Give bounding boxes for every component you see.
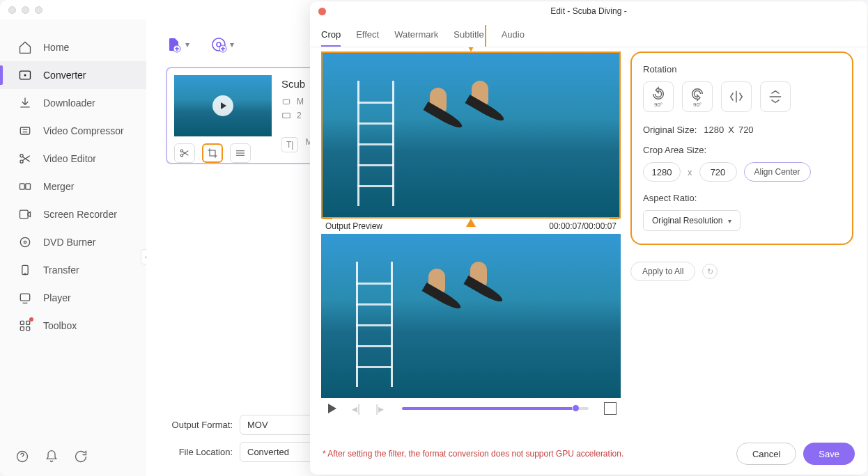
next-frame-button[interactable]: |▸ xyxy=(373,402,387,415)
modal-titlebar: Edit - Scuba Diving - xyxy=(310,1,867,21)
svg-point-4 xyxy=(20,160,23,163)
sidebar-item-downloader[interactable]: Downloader xyxy=(0,89,146,117)
sidebar-item-label: Video Compressor xyxy=(43,125,124,136)
file-thumbnail[interactable] xyxy=(174,75,272,136)
feedback-icon[interactable] xyxy=(74,450,88,463)
svg-rect-23 xyxy=(283,100,289,104)
svg-rect-5 xyxy=(20,184,25,189)
svg-rect-12 xyxy=(20,321,24,324)
sidebar-item-label: Video Editor xyxy=(43,153,96,164)
sidebar-item-dvd[interactable]: DVD Burner xyxy=(0,228,146,256)
crop-preview[interactable] xyxy=(321,51,621,219)
add-disc-button[interactable]: ▾ xyxy=(210,36,234,53)
aspect-ratio-select[interactable]: Original Resolution xyxy=(643,210,741,231)
crop-tool-button[interactable] xyxy=(202,143,223,163)
tab-watermark[interactable]: Watermark xyxy=(394,25,438,47)
crop-height-input[interactable] xyxy=(699,162,737,182)
cut-tool-button[interactable] xyxy=(174,143,195,163)
crop-width-input[interactable] xyxy=(643,162,681,182)
download-icon xyxy=(18,96,32,110)
sidebar-item-label: Player xyxy=(43,292,71,303)
output-preview-label: Output Preview xyxy=(325,221,382,231)
progress-slider[interactable] xyxy=(402,407,589,410)
close-icon[interactable] xyxy=(318,8,326,15)
compress-icon xyxy=(18,124,32,138)
svg-rect-13 xyxy=(26,321,30,324)
rotate-right-button[interactable]: 90° xyxy=(682,81,713,112)
tab-crop[interactable]: Crop xyxy=(321,25,341,47)
modal-title: Edit - Scuba Diving - xyxy=(550,6,626,16)
sidebar-item-label: Transfer xyxy=(43,264,79,276)
edit-modal: Edit - Scuba Diving - Crop Effect Waterm… xyxy=(310,1,867,475)
svg-rect-14 xyxy=(20,327,24,331)
gpu-warning: * After setting the filter, the format c… xyxy=(323,449,729,459)
svg-rect-6 xyxy=(26,184,31,189)
sidebar-item-editor[interactable]: Video Editor xyxy=(0,145,146,173)
sidebar-item-compressor[interactable]: Video Compressor xyxy=(0,117,146,145)
minimize-icon[interactable] xyxy=(22,6,29,14)
svg-point-19 xyxy=(217,42,221,47)
maximize-icon[interactable] xyxy=(35,6,42,14)
svg-point-22 xyxy=(180,154,183,157)
svg-point-3 xyxy=(20,154,23,157)
svg-point-9 xyxy=(24,241,26,243)
sidebar-item-label: Home xyxy=(43,42,69,53)
sidebar-item-home[interactable]: Home xyxy=(0,33,146,61)
play-button[interactable] xyxy=(325,402,339,415)
flip-vertical-button[interactable] xyxy=(760,81,791,112)
sidebar-item-player[interactable]: Player xyxy=(0,284,146,312)
scissors-icon xyxy=(18,152,32,166)
bell-icon[interactable] xyxy=(45,450,59,463)
disc-icon xyxy=(18,235,32,249)
align-center-button[interactable]: Align Center xyxy=(744,162,811,182)
arrow-down-icon xyxy=(466,47,476,51)
sidebar-item-toolbox[interactable]: Toolbox xyxy=(0,312,146,340)
tab-subtitle[interactable]: Subtitle xyxy=(454,25,486,47)
text-tool-button[interactable]: T| xyxy=(281,137,298,152)
aspect-ratio-label: Aspect Ratio: xyxy=(643,193,841,203)
sidebar-item-recorder[interactable]: Screen Recorder xyxy=(0,200,146,228)
sidebar-item-converter[interactable]: Converter xyxy=(0,61,146,89)
sidebar-item-label: Converter xyxy=(43,70,86,81)
sidebar-item-merger[interactable]: Merger xyxy=(0,173,146,200)
crop-controls-panel: Rotation 90° 90° Original Size: 1280 X 7… xyxy=(630,51,853,245)
reset-button[interactable]: ↻ xyxy=(702,264,718,279)
merge-icon xyxy=(18,180,32,193)
preview-column: Output Preview 00:00:07/00:00:07 ◂| |▸ xyxy=(321,51,621,436)
save-button[interactable]: Save xyxy=(803,443,855,465)
tab-effect[interactable]: Effect xyxy=(356,25,379,47)
time-display: 00:00:07/00:00:07 xyxy=(549,221,617,231)
play-controls: ◂| |▸ xyxy=(321,398,621,419)
transfer-icon xyxy=(18,263,32,277)
sidebar-item-transfer[interactable]: Transfer xyxy=(0,256,146,284)
crop-size-label: Crop Area Size: xyxy=(643,145,841,155)
home-icon xyxy=(18,40,32,54)
output-preview xyxy=(321,234,621,398)
sidebar-item-label: Downloader xyxy=(43,97,95,109)
fullscreen-icon[interactable] xyxy=(604,402,617,415)
modal-footer: * After setting the filter, the format c… xyxy=(310,436,867,475)
cancel-button[interactable]: Cancel xyxy=(736,443,796,465)
modal-tabs: Crop Effect Watermark Subtitle Audio xyxy=(310,21,867,47)
svg-point-21 xyxy=(180,150,183,152)
tab-audio[interactable]: Audio xyxy=(502,25,525,47)
apply-to-all-button[interactable]: Apply to All xyxy=(630,262,695,281)
play-icon xyxy=(212,95,233,116)
player-icon xyxy=(18,291,32,305)
rotate-left-button[interactable]: 90° xyxy=(643,81,674,112)
sidebar-item-label: Toolbox xyxy=(43,320,77,331)
close-icon[interactable] xyxy=(8,6,16,14)
help-icon[interactable] xyxy=(15,450,29,463)
adjust-tool-button[interactable] xyxy=(230,143,251,163)
svg-rect-15 xyxy=(26,327,30,331)
add-file-button[interactable]: ▾ xyxy=(166,36,189,53)
main-window: Home Converter Downloader Video Compress… xyxy=(0,0,868,476)
original-size-label: Original Size: xyxy=(643,125,697,135)
toolbox-icon xyxy=(18,319,32,333)
prev-frame-button[interactable]: ◂| xyxy=(349,402,363,415)
sidebar-footer xyxy=(15,450,88,463)
flip-horizontal-button[interactable] xyxy=(721,81,752,112)
svg-rect-2 xyxy=(20,127,29,134)
rotation-label: Rotation xyxy=(643,64,841,74)
svg-rect-7 xyxy=(20,210,29,219)
